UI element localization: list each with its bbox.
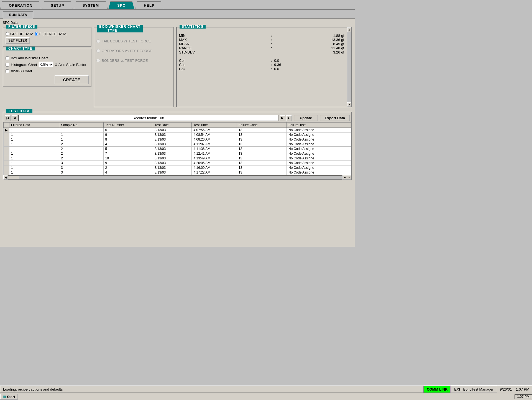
cell-testnum-6: 10 bbox=[103, 156, 153, 161]
export-button[interactable]: Export Data bbox=[320, 115, 350, 121]
bonders-label: BONDERS vs TEST FORCE bbox=[102, 58, 148, 63]
test-data-section: TEST DATA |◀ ◀ Records found: 108 ▶ ▶| U… bbox=[3, 112, 352, 180]
stat-colon-stddev bbox=[269, 50, 274, 54]
cell-testnum-7: 9 bbox=[103, 161, 153, 165]
filter-specs-panel: FILTER SPECS GROUP DATA FILTERED DATA SE… bbox=[3, 27, 91, 47]
update-button[interactable]: Update bbox=[294, 115, 318, 121]
cell-date-5: 8/13/03 bbox=[153, 151, 192, 156]
nav-tab-spc[interactable]: SPC bbox=[108, 1, 134, 9]
table-row[interactable]: 1 1 9 8/13/03 4:08:54 AM 13 No Code Assi… bbox=[4, 133, 351, 137]
nav-first-button[interactable]: |◀ bbox=[5, 115, 11, 121]
scale-factor-select[interactable]: 0.5% 1.0% 2.0% bbox=[39, 62, 53, 67]
xbar-checkbox[interactable] bbox=[6, 69, 9, 73]
cell-sample-4: 2 bbox=[59, 147, 103, 151]
col-failure-text: Failure Text bbox=[287, 123, 351, 128]
table-row[interactable]: ▶ 1 1 6 8/13/03 4:07:56 AM 13 No Code As… bbox=[4, 128, 351, 133]
cell-testnum-9: 4 bbox=[103, 170, 153, 175]
box-whisker-checkbox[interactable] bbox=[6, 56, 9, 60]
stat-row-cpl: Cpl : 0.0 bbox=[179, 58, 344, 63]
filter-specs-title: FILTER SPECS bbox=[6, 25, 37, 29]
cell-failcode-8: 13 bbox=[237, 165, 287, 170]
stat-value-cpk: 0.0 bbox=[274, 67, 344, 71]
stat-row-range: RANGE : 11.48 gf bbox=[179, 46, 344, 50]
stat-colon-min: : bbox=[269, 34, 274, 38]
stat-name-cpl: Cpl bbox=[179, 58, 269, 63]
stat-name-min: MIN bbox=[179, 34, 269, 38]
stat-value-stddev: 3.26 gf bbox=[274, 50, 344, 54]
cell-testnum-0: 6 bbox=[103, 128, 153, 133]
cell-failcode-9: 13 bbox=[237, 170, 287, 175]
table-row[interactable]: 1 3 4 8/13/03 4:17:22 AM 13 No Code Assi… bbox=[4, 170, 351, 175]
stat-value-min: 1.88 gf bbox=[274, 34, 344, 38]
cell-date-3: 8/13/03 bbox=[153, 142, 192, 147]
set-filter-button[interactable]: SET FILTER bbox=[6, 37, 30, 44]
bonders-radio[interactable] bbox=[96, 59, 100, 62]
h-scroll-left[interactable]: ◀ bbox=[3, 175, 8, 180]
data-table-container: Filtered Data Sample No Test Number Test… bbox=[3, 122, 351, 175]
table-row[interactable]: 1 1 8 8/13/03 4:08:26 AM 13 No Code Assi… bbox=[4, 137, 351, 142]
table-row[interactable]: 1 2 7 8/13/03 4:12:41 AM 13 No Code Assi… bbox=[4, 151, 351, 156]
table-row[interactable]: 1 2 5 8/13/03 4:11:36 AM 13 No Code Assi… bbox=[4, 147, 351, 151]
row-arrow-7 bbox=[4, 161, 9, 165]
breadcrumb: SPC Data bbox=[3, 21, 352, 25]
records-found-label: Records found: 108 bbox=[18, 115, 278, 121]
cell-failcode-3: 13 bbox=[237, 142, 287, 147]
h-scroll-track[interactable] bbox=[8, 175, 342, 179]
histogram-row: Histogram Chart 0.5% 1.0% 2.0% X-Axis Sc… bbox=[6, 62, 89, 67]
nav-tab-setup[interactable]: SETUP bbox=[42, 1, 73, 9]
cell-failcode-2: 13 bbox=[237, 137, 287, 142]
stat-name-stddev: STD-DEV: bbox=[179, 50, 269, 54]
cell-failtext-0: No Code Assigne bbox=[287, 128, 351, 133]
sub-tab-run-data[interactable]: RUN DATA bbox=[3, 11, 33, 19]
cell-date-2: 8/13/03 bbox=[153, 137, 192, 142]
operators-radio[interactable] bbox=[96, 49, 100, 53]
table-row[interactable]: 1 3 2 8/13/03 4:16:00 AM 13 No Code Assi… bbox=[4, 165, 351, 170]
histogram-checkbox[interactable] bbox=[6, 63, 9, 67]
table-row[interactable]: 1 2 10 8/13/03 4:13:49 AM 13 No Code Ass… bbox=[4, 156, 351, 161]
table-row[interactable]: 1 3 9 8/13/03 4:20:05 AM 13 No Code Assi… bbox=[4, 161, 351, 165]
h-scroll-right[interactable]: ▶ bbox=[342, 175, 347, 180]
row-arrow-9 bbox=[4, 170, 9, 175]
nav-prev-button[interactable]: ◀ bbox=[12, 115, 17, 121]
sub-tab-area: RUN DATA bbox=[0, 10, 355, 19]
table-row[interactable]: 1 2 4 8/13/03 4:11:07 AM 13 No Code Assi… bbox=[4, 142, 351, 147]
bw-options: FAIL CODES vs TEST FORCE OPERATORS vs TE… bbox=[96, 39, 171, 63]
stat-row-min: MIN : 1.88 gf bbox=[179, 34, 344, 38]
cell-testnum-1: 9 bbox=[103, 133, 153, 137]
cell-testnum-4: 5 bbox=[103, 147, 153, 151]
table-controls: |◀ ◀ Records found: 108 ▶ ▶| Update Expo… bbox=[3, 114, 351, 122]
group-data-radio[interactable] bbox=[6, 32, 9, 36]
nav-tab-help[interactable]: HELP bbox=[135, 1, 163, 9]
nav-last-button[interactable]: ▶| bbox=[286, 115, 292, 121]
cell-failtext-8: No Code Assigne bbox=[287, 165, 351, 170]
nav-tab-system[interactable]: SYSTEM bbox=[74, 1, 108, 9]
stat-value-mean: 8.45 gf bbox=[274, 42, 344, 46]
fail-codes-radio[interactable] bbox=[96, 39, 100, 43]
stats-scroll-up[interactable]: ▲ bbox=[347, 27, 351, 32]
statistics-table: MIN : 1.88 gf MAX : 13.36 gf MEAN : 8.45… bbox=[179, 34, 344, 71]
col-test-time: Test Time bbox=[192, 123, 237, 128]
stat-row-cpk: Cpk : 0.0 bbox=[179, 67, 344, 71]
stat-colon-max: : bbox=[269, 38, 274, 42]
create-button[interactable]: CREATE bbox=[55, 75, 89, 84]
stats-scroll-down[interactable]: ▼ bbox=[347, 102, 351, 107]
data-table: Filtered Data Sample No Test Number Test… bbox=[3, 122, 351, 175]
v-scroll-sync[interactable]: ▼ bbox=[347, 175, 351, 180]
stat-colon-mean: : bbox=[269, 42, 274, 46]
stat-name-mean: MEAN bbox=[179, 42, 269, 46]
top-panels: FILTER SPECS GROUP DATA FILTERED DATA SE… bbox=[3, 27, 352, 107]
h-scroll-thumb[interactable] bbox=[8, 176, 19, 179]
cell-time-8: 4:16:00 AM bbox=[192, 165, 237, 170]
h-scrollbar[interactable]: ◀ ▶ ▼ bbox=[3, 175, 351, 179]
bw-option-2: OPERATORS vs TEST FORCE bbox=[96, 49, 171, 53]
row-arrow-0: ▶ bbox=[4, 128, 9, 133]
nav-next-button[interactable]: ▶ bbox=[280, 115, 285, 121]
cell-failcode-5: 13 bbox=[237, 151, 287, 156]
cell-sample-7: 3 bbox=[59, 161, 103, 165]
stat-row-max: MAX : 13.36 gf bbox=[179, 38, 344, 42]
cell-failtext-3: No Code Assigne bbox=[287, 142, 351, 147]
filtered-data-radio[interactable] bbox=[35, 32, 38, 36]
cell-failcode-4: 13 bbox=[237, 147, 287, 151]
cell-time-9: 4:17:22 AM bbox=[192, 170, 237, 175]
nav-tab-operation[interactable]: OPERATION bbox=[0, 1, 41, 9]
